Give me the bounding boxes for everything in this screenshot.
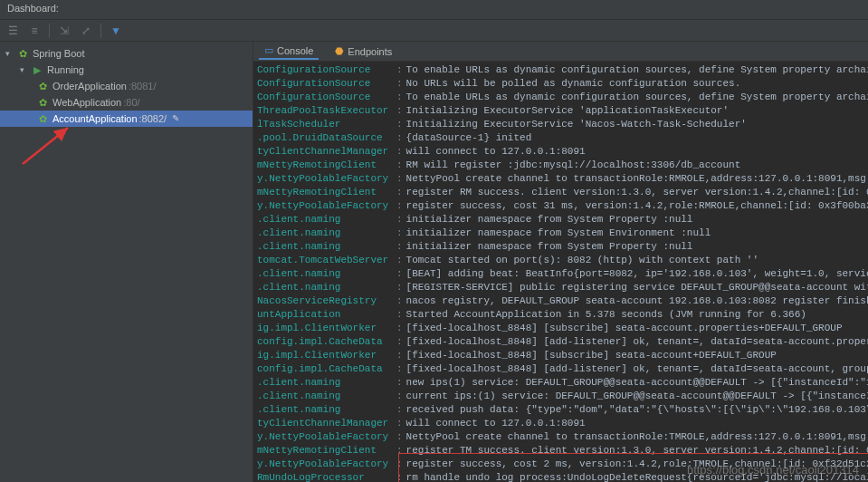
log-line: .client.naming:[REGISTER-SERVICE] public… — [257, 281, 864, 294]
log-message: [fixed-localhost_8848] [add-listener] ok… — [406, 335, 868, 349]
log-message: received push data: {"type":"dom","data"… — [406, 403, 868, 417]
log-message: register success, cost 2 ms, version:1.4… — [406, 458, 868, 471]
log-line: y.NettyPoolableFactory:register success,… — [257, 199, 864, 213]
log-line: y.NettyPoolableFactory:NettyPool create … — [257, 430, 864, 444]
log-colon: : — [396, 390, 403, 403]
log-line: .pool.DruidDataSource:{dataSource-1} ini… — [257, 131, 864, 145]
tab-label: Console — [277, 45, 313, 56]
log-message: [REGISTER-SERVICE] public registering se… — [406, 281, 868, 294]
log-logger: config.impl.CacheData — [257, 335, 393, 349]
toolbar: ☰ ≡ ⇲ ⤢ ▼ — [0, 20, 868, 42]
collapse-icon[interactable]: ⇲ — [57, 24, 72, 38]
log-colon: : — [396, 444, 403, 458]
spring-icon: ✿ — [16, 48, 29, 60]
log-message: rm handle undo log process:UndoLogDelete… — [406, 471, 868, 482]
log-colon: : — [396, 63, 403, 77]
log-line: untApplication:Started AccountApplicatio… — [257, 308, 864, 322]
log-message: To enable URLs as dynamic configuration … — [406, 63, 868, 77]
log-line: y.NettyPoolableFactory:register success,… — [257, 458, 864, 471]
filter-icon[interactable]: ▼ — [109, 24, 123, 38]
tree-icon[interactable]: ☰ — [5, 24, 20, 38]
log-colon: : — [396, 159, 403, 172]
log-logger: ThreadPoolTaskExecutor — [257, 104, 393, 118]
app-name: WebApplication — [52, 97, 121, 108]
log-message: [fixed-localhost_8848] [add-listener] ok… — [406, 362, 868, 376]
console-output[interactable]: ConfigurationSource:To enable URLs as dy… — [253, 62, 868, 482]
arrow-down-icon: ▾ — [5, 49, 16, 58]
spring-leaf-icon: ✿ — [36, 97, 49, 109]
tree-label: Running — [47, 64, 84, 75]
log-message: No URLs will be polled as dynamic config… — [406, 77, 741, 91]
tree-app-account[interactable]: ✿ AccountApplication :8082/ ✎ — [0, 111, 253, 127]
log-logger: ConfigurationSource — [257, 77, 393, 91]
log-logger: mNettyRemotingClient — [257, 186, 393, 199]
log-colon: : — [396, 186, 403, 199]
log-message: Started AccountApplication in 5.378 seco… — [406, 308, 806, 322]
tree-app-web[interactable]: ✿ WebApplication :80/ — [0, 94, 253, 111]
separator — [100, 24, 101, 38]
log-line: ig.impl.ClientWorker:[fixed-localhost_88… — [257, 322, 864, 335]
expand-icon[interactable]: ⤢ — [79, 24, 93, 38]
log-colon: : — [396, 77, 403, 91]
log-logger: tyClientChannelManager — [257, 145, 393, 159]
log-line: ConfigurationSource:No URLs will be poll… — [257, 77, 864, 91]
app-name: AccountApplication — [52, 113, 138, 124]
log-line: .client.naming:initializer namespace fro… — [257, 213, 864, 227]
tab-console[interactable]: ▭ Console — [259, 43, 319, 60]
log-colon: : — [396, 254, 403, 267]
slider-icon[interactable]: ≡ — [27, 24, 42, 38]
dashboard-title: Dashboard: — [7, 3, 59, 14]
log-message: register success, cost 31 ms, version:1.… — [406, 199, 868, 213]
log-message: will connect to 127.0.0.1:8091 — [406, 145, 586, 159]
app-name: OrderApplication — [52, 81, 127, 92]
log-logger: .client.naming — [257, 240, 393, 254]
log-colon: : — [396, 430, 403, 444]
log-logger: NacosServiceRegistry — [257, 294, 393, 308]
spring-leaf-icon: ✿ — [36, 81, 49, 92]
log-message: initializer namespace from System Enviro… — [406, 227, 711, 240]
log-logger: .pool.DruidDataSource — [257, 131, 393, 145]
sidebar: ▾ ✿ Spring Boot ▾ ▶ Running ✿ OrderAppli… — [0, 42, 253, 482]
tab-endpoints[interactable]: ⬣ Endpoints — [329, 43, 397, 59]
log-line: ThreadPoolTaskExecutor:Initializing Exec… — [257, 104, 864, 118]
log-colon: : — [396, 131, 403, 145]
log-logger: untApplication — [257, 308, 393, 322]
app-port: :8081/ — [129, 81, 157, 92]
log-logger: mNettyRemotingClient — [257, 444, 393, 458]
log-logger: lTaskScheduler — [257, 118, 393, 131]
log-colon: : — [396, 91, 403, 104]
log-colon: : — [396, 458, 403, 471]
tree-root-springboot[interactable]: ▾ ✿ Spring Boot — [0, 45, 253, 62]
log-logger: mNettyRemotingClient — [257, 159, 393, 172]
log-colon: : — [396, 281, 403, 294]
log-logger: .client.naming — [257, 390, 393, 403]
log-logger: ConfigurationSource — [257, 63, 393, 77]
dashboard-title-bar: Dashboard: — [0, 0, 868, 20]
log-logger: ig.impl.ClientWorker — [257, 322, 393, 335]
log-colon: : — [396, 267, 403, 281]
log-message: register RM success. client version:1.3.… — [406, 186, 868, 199]
tree-running[interactable]: ▾ ▶ Running — [0, 62, 253, 78]
tree-app-order[interactable]: ✿ OrderApplication :8081/ — [0, 78, 253, 94]
log-line: .client.naming:new ips(1) service: DEFAU… — [257, 376, 864, 390]
log-message: new ips(1) service: DEFAULT_GROUP@@seata… — [406, 376, 868, 390]
log-line: lTaskScheduler:Initializing ExecutorServ… — [257, 118, 864, 131]
log-colon: : — [396, 118, 403, 131]
log-colon: : — [396, 240, 403, 254]
log-line: tomcat.TomcatWebServer:Tomcat started on… — [257, 254, 864, 267]
log-line: y.NettyPoolableFactory:NettyPool create … — [257, 172, 864, 186]
tree-label: Spring Boot — [33, 48, 84, 59]
log-message: will connect to 127.0.0.1:8091 — [406, 417, 586, 430]
arrow-down-icon: ▾ — [20, 65, 31, 74]
log-line: RmUndoLogProcessor:rm handle undo log pr… — [257, 471, 864, 482]
log-message: Initializing ExecutorService 'applicatio… — [406, 104, 729, 118]
log-message: {dataSource-1} inited — [406, 131, 532, 145]
log-logger: .client.naming — [257, 281, 393, 294]
log-line: .client.naming:received push data: {"typ… — [257, 403, 864, 417]
log-colon: : — [396, 362, 403, 376]
edit-icon[interactable]: ✎ — [172, 113, 183, 124]
endpoints-icon: ⬣ — [335, 45, 344, 57]
log-message: Initializing ExecutorService 'Nacos-Watc… — [406, 118, 747, 131]
console-icon: ▭ — [264, 44, 273, 56]
log-line: tyClientChannelManager:will connect to 1… — [257, 145, 864, 159]
